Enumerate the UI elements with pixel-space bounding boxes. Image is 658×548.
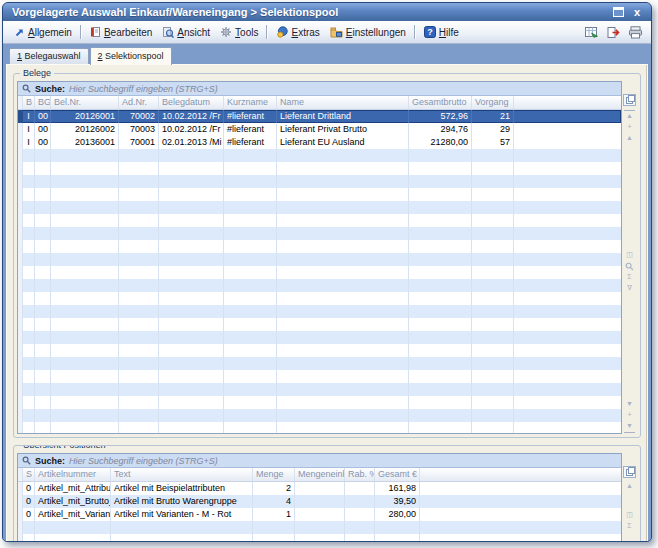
column-header-filler[interactable] — [420, 468, 621, 481]
help-icon: ? — [424, 26, 436, 38]
title-bar[interactable]: Vorgelagerte Auswahl Einkauf/Wareneingan… — [3, 3, 651, 21]
tab-selektionspool[interactable]: 2 Selektionspool — [90, 47, 172, 65]
table-cell — [224, 318, 277, 331]
column-header-text[interactable]: Text — [111, 468, 253, 481]
filter-icon[interactable]: ∇ — [624, 283, 635, 294]
table-cell — [35, 534, 111, 542]
column-header-bg[interactable]: BG — [35, 96, 51, 109]
table-row-empty[interactable] — [18, 422, 621, 433]
sum-icon[interactable]: Σ — [624, 521, 635, 532]
table-row-empty[interactable] — [18, 331, 621, 344]
table-row-empty[interactable] — [18, 344, 621, 357]
table-cell: Lieferant EU Ausland — [277, 136, 409, 149]
tab-belegauswahl[interactable]: 1 Belegauswahl — [9, 48, 89, 64]
table-row-empty[interactable] — [18, 409, 621, 422]
table-row[interactable]: I00201360017000102.01.2013 /Mi#lieferant… — [18, 136, 621, 149]
belege-search-input[interactable]: Suche: Hier Suchbegriff eingeben (STRG+S… — [18, 82, 621, 96]
column-header-s[interactable]: S — [23, 468, 35, 481]
table-cell — [345, 521, 375, 534]
positionen-search-input[interactable]: Suche: Hier Suchbegriff eingeben (STRG+S… — [18, 454, 621, 468]
scroll-up-icon[interactable]: ▲ — [624, 133, 635, 144]
table-cell — [23, 318, 35, 331]
column-header-menge[interactable]: Menge — [253, 468, 295, 481]
menu-item-ansicht[interactable]: Ansicht — [157, 24, 215, 40]
table-row-empty[interactable] — [18, 305, 621, 318]
table-cell — [51, 383, 119, 396]
menu-item-bearbeiten[interactable]: Bearbeiten — [85, 24, 157, 40]
table-row-empty[interactable] — [18, 175, 621, 188]
restore-icon[interactable] — [611, 6, 625, 18]
column-header-bel-nr-[interactable]: Bel.Nr. — [51, 96, 119, 109]
column-header-vorgang[interactable]: Vorgang — [472, 96, 514, 109]
columns-icon[interactable]: ◫ — [624, 250, 635, 261]
scroll-top-icon[interactable]: ▲ — [624, 110, 635, 122]
scroll-bottom-icon[interactable]: ▼ — [624, 421, 635, 433]
table-row[interactable]: I00201260027000310.02.2012 /Fr#lieferant… — [18, 123, 621, 136]
column-header-mengeneinheit[interactable]: Mengeneinheit — [295, 468, 345, 481]
table-row-empty[interactable] — [18, 227, 621, 240]
columns-icon[interactable]: ◫ — [624, 510, 635, 521]
table-cell — [277, 149, 409, 162]
search-label: Suche: — [35, 456, 65, 466]
table-cell — [514, 266, 621, 279]
column-header-kurzname[interactable]: Kurzname — [224, 96, 277, 109]
table-row-empty[interactable] — [18, 266, 621, 279]
table-row-empty[interactable] — [18, 521, 621, 534]
sum-icon[interactable]: Σ — [624, 272, 635, 283]
table-cell — [119, 149, 159, 162]
app-window: Vorgelagerte Auswahl Einkauf/Wareneingan… — [2, 2, 652, 542]
table-row-empty[interactable] — [18, 162, 621, 175]
table-cell: 00 — [35, 136, 51, 149]
column-header-b[interactable]: B — [23, 96, 35, 109]
table-row-empty[interactable] — [18, 396, 621, 409]
append-row-icon[interactable]: + — [624, 410, 635, 421]
table-cell — [119, 266, 159, 279]
table-row-empty[interactable] — [18, 188, 621, 201]
menu-item-allgemein[interactable]: Allgemein — [9, 25, 77, 40]
table-cell — [159, 240, 224, 253]
menu-item-tools[interactable]: Tools — [215, 24, 263, 40]
table-row[interactable]: 0Artikel_mit_Brutto_WGArtikel mit Brutto… — [18, 495, 621, 508]
copy-icon[interactable] — [623, 94, 636, 106]
table-row-empty[interactable] — [18, 370, 621, 383]
column-header-rab-[interactable]: Rab. % — [345, 468, 375, 481]
scroll-up-icon[interactable]: ▲ — [624, 481, 635, 492]
table-row-empty[interactable] — [18, 383, 621, 396]
table-row-empty[interactable] — [18, 318, 621, 331]
export-grid-icon[interactable] — [584, 26, 599, 39]
table-row-empty[interactable] — [18, 534, 621, 542]
table-row-empty[interactable] — [18, 292, 621, 305]
magnifier-icon[interactable] — [624, 261, 635, 272]
table-cell — [23, 383, 35, 396]
scroll-down-icon[interactable]: ▼ — [624, 399, 635, 410]
table-row-empty[interactable] — [18, 214, 621, 227]
table-cell — [345, 534, 375, 542]
table-row[interactable]: I00201260017000210.02.2012 /Fr#lieferant… — [18, 110, 621, 123]
column-header-ad-nr-[interactable]: Ad.Nr. — [119, 96, 159, 109]
insert-row-icon[interactable]: + — [624, 122, 635, 133]
table-row-empty[interactable] — [18, 201, 621, 214]
table-cell — [119, 227, 159, 240]
column-header-gesamtbrutto[interactable]: Gesamtbrutto — [409, 96, 472, 109]
column-header-name[interactable]: Name — [277, 96, 409, 109]
table-row-empty[interactable] — [18, 279, 621, 292]
menu-item-einstellungen[interactable]: Einstellungen — [325, 25, 411, 40]
table-row[interactable]: 0Artikel_mit_Varianten.Artikel mit Varia… — [18, 508, 621, 521]
column-header-gesamt-[interactable]: Gesamt € — [375, 468, 420, 481]
print-icon[interactable] — [628, 26, 643, 39]
table-row[interactable]: 0Artikel_mit_AttributenArtikel mit Beisp… — [18, 482, 621, 495]
close-icon[interactable]: x — [630, 6, 644, 18]
table-row-empty[interactable] — [18, 253, 621, 266]
table-row-empty[interactable] — [18, 240, 621, 253]
column-header-filler[interactable] — [514, 96, 621, 109]
table-row-empty[interactable] — [18, 149, 621, 162]
exit-icon[interactable] — [606, 26, 621, 39]
menu-item-hilfe[interactable]: ?Hilfe — [419, 24, 464, 40]
table-row-empty[interactable] — [18, 357, 621, 370]
table-cell: 57 — [472, 136, 514, 149]
menu-item-extras[interactable]: Extras — [271, 24, 324, 40]
copy-icon[interactable] — [623, 466, 636, 478]
column-header-artikelnummer[interactable]: Artikelnummer — [35, 468, 111, 481]
table-cell — [514, 383, 621, 396]
column-header-belegdatum[interactable]: Belegdatum — [159, 96, 224, 109]
